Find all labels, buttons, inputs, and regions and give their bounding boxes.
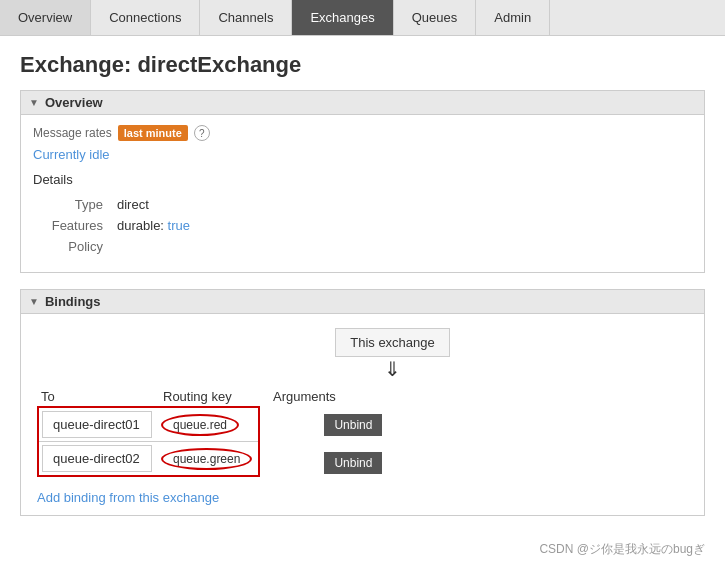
- help-icon[interactable]: ?: [194, 125, 210, 141]
- details-type-row: Type direct: [45, 195, 198, 214]
- overview-section-body: Message rates last minute ? Currently id…: [20, 115, 705, 273]
- down-arrow-icon: ⇓: [384, 359, 401, 379]
- page-title-name: directExchange: [137, 52, 301, 77]
- tab-overview[interactable]: Overview: [0, 0, 91, 35]
- red-border-group: queue-direct01 queue.red queue-direct02 …: [37, 406, 260, 477]
- this-exchange-button: This exchange: [335, 328, 450, 357]
- page-title-prefix: Exchange:: [20, 52, 131, 77]
- details-label: Details: [33, 172, 692, 187]
- message-rates-row: Message rates last minute ?: [33, 125, 692, 141]
- binding-row-1: queue-direct02 queue.green: [39, 441, 258, 475]
- binding-row-0-routing-key: queue.red: [161, 414, 239, 436]
- type-label: Type: [45, 195, 115, 214]
- col-header-routing-key: Routing key: [153, 389, 273, 404]
- bindings-table-header: To Routing key Arguments: [37, 389, 688, 404]
- binding-row-0: queue-direct01 queue.red: [39, 408, 258, 441]
- policy-value: [117, 237, 198, 256]
- navigation: Overview Connections Channels Exchanges …: [0, 0, 725, 36]
- details-features-row: Features durable: true: [45, 216, 198, 235]
- bindings-section-header[interactable]: ▼ Bindings: [20, 289, 705, 314]
- overview-section-label: Overview: [45, 95, 103, 110]
- col-header-to: To: [37, 389, 153, 404]
- features-bool: true: [168, 218, 190, 233]
- binding-row-1-routing-key: queue.green: [161, 448, 252, 470]
- unbind-button-1[interactable]: Unbind: [324, 452, 382, 474]
- policy-label: Policy: [45, 237, 115, 256]
- unbind-button-0[interactable]: Unbind: [324, 414, 382, 436]
- tab-admin[interactable]: Admin: [476, 0, 550, 35]
- bindings-section-body: This exchange ⇓ To Routing key Arguments…: [20, 314, 705, 516]
- tab-connections[interactable]: Connections: [91, 0, 200, 35]
- type-value: direct: [117, 195, 198, 214]
- bindings-rows-container: queue-direct01 queue.red queue-direct02 …: [37, 406, 688, 482]
- features-label: Features: [45, 216, 115, 235]
- binding-row-1-routing: queue.green: [155, 443, 258, 475]
- page-title: Exchange: directExchange: [20, 52, 705, 78]
- binding-row-1-to: queue-direct02: [42, 445, 152, 472]
- details-table: Type direct Features durable: true Polic…: [43, 193, 200, 258]
- actions-column: Unbind Unbind: [260, 406, 386, 482]
- binding-row-0-routing: queue.red: [155, 409, 245, 441]
- bindings-section-label: Bindings: [45, 294, 101, 309]
- tab-channels[interactable]: Channels: [200, 0, 292, 35]
- features-text: durable:: [117, 218, 164, 233]
- overview-section-header[interactable]: ▼ Overview: [20, 90, 705, 115]
- page-content: Exchange: directExchange ▼ Overview Mess…: [0, 36, 725, 548]
- binding-row-0-to: queue-direct01: [42, 411, 152, 438]
- message-rates-label: Message rates: [33, 126, 112, 140]
- overview-collapse-arrow: ▼: [29, 97, 39, 108]
- features-value: durable: true: [117, 216, 198, 235]
- binding-row-0-actions: Unbind: [260, 406, 386, 444]
- add-binding-link[interactable]: Add binding from this exchange: [37, 490, 219, 505]
- col-header-arguments: Arguments: [273, 389, 353, 404]
- idle-status: Currently idle: [33, 147, 692, 162]
- tab-queues[interactable]: Queues: [394, 0, 477, 35]
- details-policy-row: Policy: [45, 237, 198, 256]
- last-minute-badge[interactable]: last minute: [118, 125, 188, 141]
- bindings-collapse-arrow: ▼: [29, 296, 39, 307]
- binding-row-1-actions: Unbind: [260, 444, 386, 482]
- watermark-text: CSDN @ジ你是我永远のbugぎ: [539, 541, 705, 548]
- this-exchange-container: This exchange ⇓: [97, 328, 688, 379]
- tab-exchanges[interactable]: Exchanges: [292, 0, 393, 35]
